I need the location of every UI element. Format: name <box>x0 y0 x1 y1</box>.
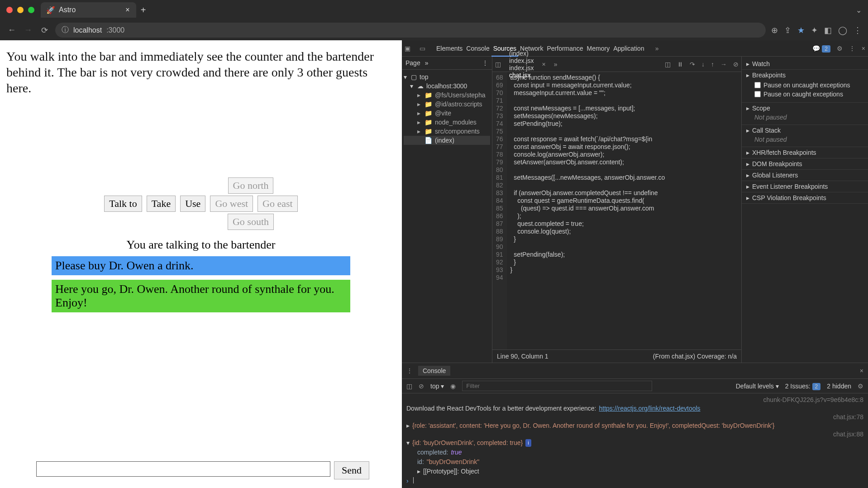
more-nav-icon[interactable]: » <box>425 59 429 67</box>
issues-label[interactable]: 2 Issues: 2 <box>785 383 821 390</box>
devtools-tab-performance[interactable]: Performance <box>545 41 585 56</box>
maximize-window-icon[interactable] <box>28 7 34 13</box>
pause-icon[interactable]: ⏸ <box>677 61 683 68</box>
debugger-section-event-listener-breakpoints[interactable]: ▸Event Listener Breakpoints <box>742 181 868 192</box>
tab-title: Astro <box>59 6 76 14</box>
devtools-tab-memory[interactable]: Memory <box>585 41 612 56</box>
debugger-section-watch[interactable]: ▸Watch <box>742 58 868 70</box>
devtools-tab-elements[interactable]: Elements <box>434 41 464 56</box>
file-tab[interactable]: index.jsx <box>509 64 534 72</box>
devtools-menu-icon[interactable]: ⋮ <box>849 45 855 52</box>
chevron-down-icon[interactable]: ⌄ <box>856 6 862 14</box>
profile-icon[interactable]: ◯ <box>838 25 847 35</box>
tree-folder[interactable]: ▸📁@vite <box>404 109 490 118</box>
minimize-window-icon[interactable] <box>17 7 24 13</box>
close-console-icon[interactable]: × <box>860 367 863 374</box>
debugger-section-breakpoints[interactable]: ▸BreakpointsPause on uncaught exceptions… <box>742 70 868 103</box>
step-into-icon[interactable]: ↓ <box>701 61 705 68</box>
tree-folder[interactable]: ▸📁@id/astro:scripts <box>404 100 490 109</box>
share-icon[interactable]: ⇪ <box>784 25 791 35</box>
reload-button[interactable]: ⟳ <box>39 25 50 35</box>
toggle-panel-icon[interactable]: ◫ <box>665 61 671 68</box>
devtools-tab-application[interactable]: Application <box>611 41 646 56</box>
url-bar[interactable]: ⓘ localhost:3000 <box>55 23 766 38</box>
file-tabs-more-icon[interactable]: » <box>554 61 558 68</box>
tree-folder[interactable]: ▸📁src/components <box>404 127 490 136</box>
browser-tab[interactable]: 🚀 Astro × <box>41 2 136 18</box>
file-tab[interactable]: (index) <box>509 50 534 57</box>
console-log-entry[interactable]: ▾{id: 'buyDrOwenDrink', completed: true}… <box>406 438 863 448</box>
console-prompt[interactable]: › <box>406 476 863 486</box>
tree-folder[interactable]: ▸📁node_modules <box>404 118 490 127</box>
tree-host[interactable]: ▾☁localhost:3000 <box>404 81 490 91</box>
step-over-icon[interactable]: ↷ <box>690 61 695 68</box>
file-tabs-left-icon[interactable]: ◫ <box>495 61 501 68</box>
page-nav-tab[interactable]: Page <box>405 59 420 67</box>
hidden-count: 2 hidden <box>827 383 851 390</box>
console-drawer-tab[interactable]: Console <box>418 366 450 376</box>
live-expression-icon[interactable]: ◉ <box>450 383 456 390</box>
go-west-button[interactable]: Go west <box>210 196 253 212</box>
deactivate-bp-icon[interactable]: ⊘ <box>733 61 739 68</box>
info-badge-icon[interactable]: i <box>525 439 531 447</box>
back-button[interactable]: ← <box>6 25 17 35</box>
debugger-section-scope[interactable]: ▸ScopeNot paused <box>742 103 868 125</box>
breakpoint-checkbox[interactable] <box>754 82 761 88</box>
device-toolbar-icon[interactable]: ▭ <box>420 45 425 52</box>
console-context[interactable]: top ▾ <box>430 383 444 390</box>
zoom-icon[interactable]: ⊕ <box>771 25 778 35</box>
clear-console-icon[interactable]: ⊘ <box>419 383 424 390</box>
log-levels[interactable]: Default levels ▾ <box>736 383 779 390</box>
forward-button[interactable]: → <box>23 25 33 35</box>
new-tab-button[interactable]: + <box>141 5 146 15</box>
close-devtools-icon[interactable]: × <box>862 45 865 52</box>
debugger-section-dom-breakpoints[interactable]: ▸DOM Breakpoints <box>742 158 868 170</box>
inspect-icon[interactable]: ▣ <box>405 45 410 52</box>
console-settings-icon[interactable]: ⚙ <box>858 383 863 390</box>
source-link[interactable]: chat.jsx:88 <box>406 431 863 438</box>
debugger-section-xhr-fetch-breakpoints[interactable]: ▸XHR/fetch Breakpoints <box>742 147 868 158</box>
debugger-section-call-stack[interactable]: ▸Call StackNot paused <box>742 125 868 147</box>
file-tab-close-icon[interactable]: × <box>542 61 545 68</box>
go-south-button[interactable]: Go south <box>228 214 274 230</box>
settings-icon[interactable]: ⚙ <box>837 45 843 52</box>
step-icon[interactable]: → <box>720 61 727 68</box>
close-tab-icon[interactable]: × <box>125 6 129 14</box>
console-log-entry[interactable]: ▸{role: 'assistant', content: 'Here you … <box>406 421 863 431</box>
use-button[interactable]: Use <box>180 196 205 212</box>
nav-menu-icon[interactable]: ⋮ <box>482 59 488 67</box>
debugger-section-csp-violation-breakpoints[interactable]: ▸CSP Violation Breakpoints <box>742 192 868 204</box>
url-path: :3000 <box>106 26 124 34</box>
console-filter-input[interactable] <box>462 381 652 391</box>
devtools-tab-console[interactable]: Console <box>464 41 491 56</box>
extensions-icon[interactable]: ✦ <box>811 25 818 35</box>
talk-to-button[interactable]: Talk to <box>104 196 142 212</box>
tree-top[interactable]: ▾▢top <box>404 72 490 81</box>
debugger-section-global-listeners[interactable]: ▸Global Listeners <box>742 170 868 181</box>
close-window-icon[interactable] <box>6 7 13 13</box>
tree-folder[interactable]: ▸📁@fs/Users/stepha <box>404 91 490 100</box>
side-panel-icon[interactable]: ◧ <box>824 25 832 35</box>
issues-badge[interactable]: 💬 2 <box>812 45 830 52</box>
code-editor[interactable]: 6869707172737475767778798081828384858687… <box>492 72 741 349</box>
console-sidebar-icon[interactable]: ◫ <box>406 383 412 390</box>
bookmark-icon[interactable]: ★ <box>797 25 805 35</box>
go-east-button[interactable]: Go east <box>258 196 298 212</box>
more-tabs-icon[interactable]: » <box>655 45 659 52</box>
message-input[interactable] <box>36 461 330 477</box>
info-icon[interactable]: ⓘ <box>62 25 69 35</box>
tree-index[interactable]: 📄(index) <box>404 136 490 145</box>
window-controls <box>6 7 34 13</box>
source-link[interactable]: chunk-DFKQJ226.js?v=9e6b4e8c:8 <box>406 396 863 404</box>
file-tab[interactable]: index.jsx <box>509 57 534 64</box>
chat-message-assistant: Here you go, Dr. Owen. Another round of … <box>52 280 350 312</box>
console-menu-icon[interactable]: ⋮ <box>406 367 413 374</box>
take-button[interactable]: Take <box>147 196 176 212</box>
send-button[interactable]: Send <box>334 461 369 479</box>
breakpoint-checkbox[interactable] <box>754 91 761 97</box>
menu-icon[interactable]: ⋮ <box>854 25 862 35</box>
go-north-button[interactable]: Go north <box>228 177 274 194</box>
step-out-icon[interactable]: ↑ <box>711 61 714 68</box>
react-devtools-link[interactable]: https://reactjs.org/link/react-devtools <box>599 405 700 412</box>
source-link[interactable]: chat.jsx:78 <box>406 413 863 421</box>
